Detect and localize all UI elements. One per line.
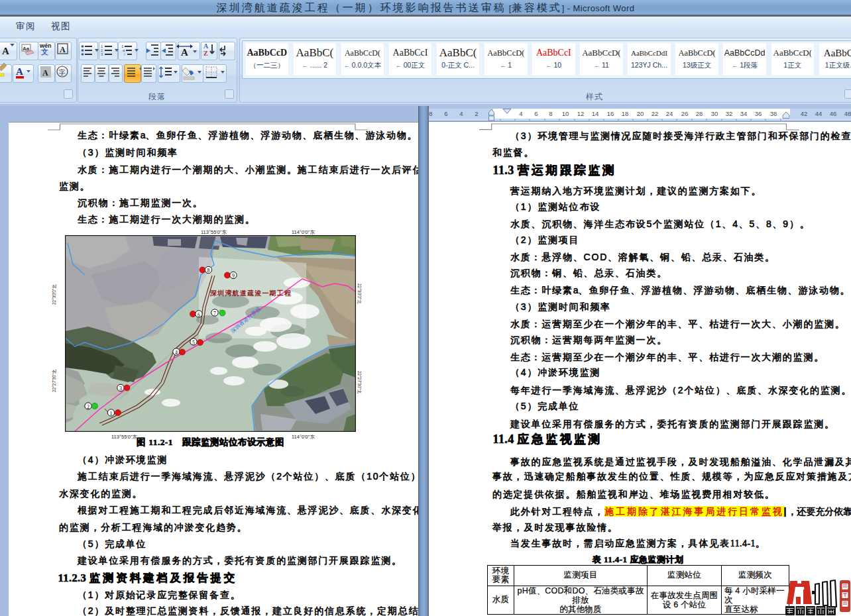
svg-text:3: 3	[119, 385, 122, 391]
svg-text:9: 9	[232, 273, 235, 279]
svg-text:A: A	[203, 42, 209, 50]
svg-text:1: 1	[110, 411, 113, 417]
svg-text:Aa: Aa	[23, 46, 30, 52]
svg-text:8: 8	[207, 268, 210, 274]
svg-text:4: 4	[175, 350, 178, 356]
svg-text:A: A	[181, 47, 188, 58]
svg-text:7: 7	[213, 311, 216, 317]
svg-text:A: A	[60, 45, 66, 54]
svg-text:6: 6	[198, 312, 200, 318]
svg-text:3: 3	[101, 52, 103, 56]
svg-text:A: A	[42, 68, 48, 77]
svg-text:A: A	[2, 46, 9, 56]
svg-text:i: i	[124, 52, 125, 56]
svg-text:Z: Z	[203, 50, 208, 57]
svg-text:字: 字	[59, 69, 66, 76]
svg-text:2: 2	[87, 404, 89, 410]
svg-text:文: 文	[40, 48, 48, 56]
svg-text:A: A	[16, 66, 23, 77]
svg-text:5: 5	[192, 340, 195, 346]
